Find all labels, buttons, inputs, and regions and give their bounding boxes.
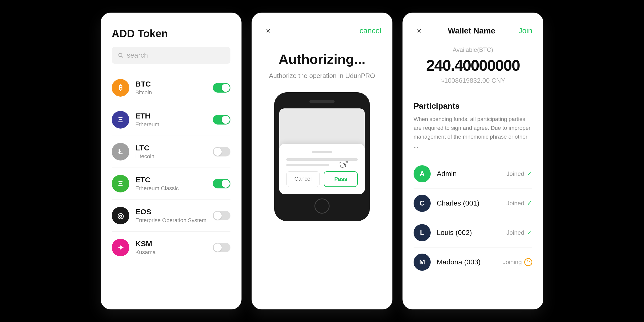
token-symbol: BTC: [135, 80, 213, 88]
participant-name: Admin: [437, 170, 506, 178]
token-icon-ltc: Ł: [112, 143, 129, 160]
wallet-close-button[interactable]: ×: [414, 25, 425, 36]
token-name: Bitcoin: [135, 89, 213, 96]
participant-status: Joined ✓: [506, 199, 532, 207]
search-bar[interactable]: search: [112, 47, 230, 64]
token-toggle-etc[interactable]: [213, 179, 230, 188]
available-label: Available(BTC): [414, 46, 532, 53]
modal-pass-button[interactable]: Pass: [324, 171, 358, 187]
check-icon: ✓: [527, 199, 532, 207]
participant-avatar: M: [414, 254, 431, 271]
balance-section: Available(BTC) 240.40000000 ≈1008619832.…: [403, 36, 543, 92]
status-label: Joined: [506, 200, 524, 207]
balance-amount: 240.40000000: [414, 56, 532, 74]
modal-card: Cancel Pass: [279, 144, 365, 194]
token-toggle-eth[interactable]: [213, 115, 230, 125]
token-toggle-btc[interactable]: [213, 83, 230, 93]
wallet-title: Wallet Name: [448, 26, 495, 35]
panel1-title: ADD Token: [112, 28, 168, 39]
token-icon-ksm: ✦: [112, 239, 129, 256]
svg-line-1: [122, 56, 123, 58]
token-info: LTC Litecoin: [135, 144, 213, 160]
token-info: ETH Ethereum: [135, 112, 213, 128]
close-button[interactable]: ×: [263, 25, 274, 36]
token-name: Kusama: [135, 249, 213, 256]
participant-avatar: C: [414, 195, 431, 212]
token-icon-btc: ₿: [112, 79, 129, 97]
participant-status: Joining: [503, 258, 532, 266]
token-name: Litecoin: [135, 153, 213, 160]
authorizing-panel: × cancel Authorizing... Authorize the op…: [252, 13, 392, 309]
toggle-knob: [222, 116, 230, 124]
phone-home-button: [314, 198, 330, 214]
phone-screen: Cancel Pass ☞: [279, 108, 365, 194]
token-icon-etc: Ξ: [112, 175, 129, 192]
modal-bar: [312, 151, 332, 153]
participant-item: A Admin Joined ✓: [414, 159, 532, 189]
token-symbol: LTC: [135, 144, 213, 152]
panel1-header: ADD Token: [101, 13, 242, 47]
phone-outer: Cancel Pass ☞: [274, 92, 370, 221]
add-token-panel: ADD Token search ₿ BTC Bitcoin Ξ ETH Eth…: [101, 13, 242, 309]
status-label: Joined: [506, 170, 524, 177]
token-name: Enterprise Operation System: [135, 217, 213, 224]
search-placeholder: search: [127, 51, 148, 59]
participant-name: Charles (001): [437, 199, 506, 207]
modal-cancel-button[interactable]: Cancel: [286, 171, 320, 187]
participant-avatar: A: [414, 165, 431, 182]
token-item: ✦ KSM Kusama: [112, 232, 230, 263]
token-info: EOS Enterprise Operation System: [135, 208, 213, 224]
phone-notch: [309, 100, 335, 103]
participant-item: C Charles (001) Joined ✓: [414, 189, 532, 218]
token-toggle-eos[interactable]: [213, 211, 230, 220]
token-item: Ł LTC Litecoin: [112, 136, 230, 168]
svg-point-0: [119, 53, 122, 57]
token-item: ₿ BTC Bitcoin: [112, 72, 230, 104]
clock-hand-minute: [528, 261, 531, 262]
balance-cny: ≈1008619832.00 CNY: [414, 77, 532, 85]
token-info: BTC Bitcoin: [135, 80, 213, 96]
phone-mockup: Cancel Pass ☞: [274, 92, 370, 221]
clock-icon: [524, 258, 532, 266]
toggle-knob: [214, 148, 222, 156]
check-icon: ✓: [527, 170, 532, 178]
participant-name: Louis (002): [437, 229, 506, 237]
auth-subtitle: Authorize the operation in UdunPRO: [263, 72, 381, 80]
participants-desc: When spending funds, all participating p…: [414, 115, 532, 150]
panel2-topbar: × cancel: [252, 13, 392, 36]
check-icon: ✓: [527, 229, 532, 236]
token-item: Ξ ETH Ethereum: [112, 104, 230, 136]
token-info: ETC Ethereum Classic: [135, 176, 213, 192]
token-item: Ξ ETC Ethereum Classic: [112, 168, 230, 200]
participants-title: Participants: [414, 101, 532, 111]
panel3-topbar: × Wallet Name Join: [403, 13, 543, 36]
toggle-knob: [214, 244, 222, 252]
auth-content: Authorizing... Authorize the operation i…: [252, 36, 392, 80]
toggle-knob: [222, 180, 230, 188]
token-icon-eos: ◎: [112, 207, 129, 224]
participant-item: M Madona (003) Joining: [414, 248, 532, 277]
toggle-knob: [214, 212, 222, 220]
participant-avatar: L: [414, 224, 431, 241]
auth-title: Authorizing...: [263, 51, 381, 67]
search-icon: [118, 52, 124, 58]
token-symbol: KSM: [135, 239, 213, 248]
token-name: Ethereum Classic: [135, 185, 213, 192]
wallet-panel: × Wallet Name Join Available(BTC) 240.40…: [403, 13, 543, 309]
token-icon-eth: Ξ: [112, 111, 129, 129]
participant-status: Joined ✓: [506, 170, 532, 178]
token-symbol: EOS: [135, 208, 213, 216]
token-toggle-ltc[interactable]: [213, 147, 230, 156]
join-button[interactable]: Join: [518, 26, 532, 35]
status-label: Joined: [506, 229, 524, 236]
status-label: Joining: [503, 259, 522, 266]
toggle-knob: [222, 84, 230, 92]
participants-section: Participants When spending funds, all pa…: [403, 92, 543, 277]
token-symbol: ETC: [135, 176, 213, 184]
token-name: Ethereum: [135, 121, 213, 128]
participant-name: Madona (003): [437, 258, 503, 266]
cancel-button[interactable]: cancel: [359, 26, 381, 35]
participant-item: L Louis (002) Joined ✓: [414, 218, 532, 248]
token-toggle-ksm[interactable]: [213, 243, 230, 252]
token-symbol: ETH: [135, 112, 213, 120]
